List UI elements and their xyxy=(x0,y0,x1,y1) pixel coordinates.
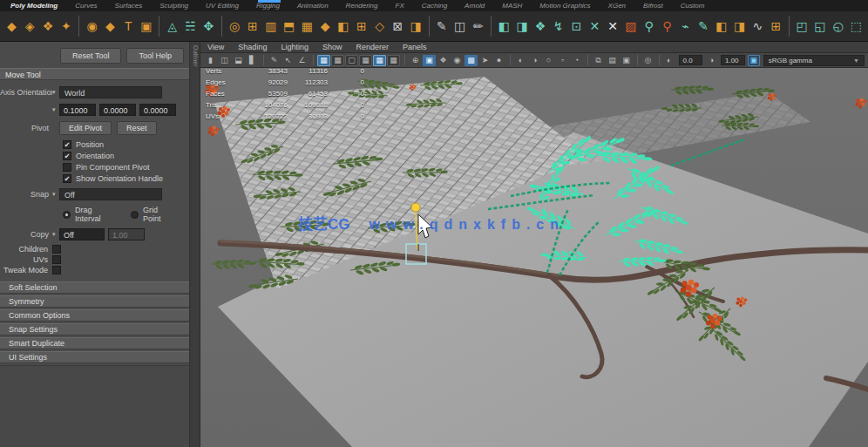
shelf-tool-icon[interactable]: ⚲ xyxy=(658,15,676,37)
shelf-tool-icon[interactable]: ✕ xyxy=(586,15,604,37)
shelf-tool-icon[interactable]: ✥ xyxy=(200,15,218,37)
shelf-tool-icon[interactable]: ◇ xyxy=(370,15,389,37)
checkbox[interactable] xyxy=(52,266,61,274)
shelf-tool-icon[interactable]: ✎ xyxy=(695,15,713,37)
viewport-toolbar-icon[interactable]: ○ xyxy=(542,55,555,66)
viewport-toolbar-icon[interactable]: ▢ xyxy=(345,55,358,66)
checkbox[interactable]: ✔ xyxy=(63,174,71,183)
axis-z-field[interactable]: 0.0000 xyxy=(139,104,176,116)
viewport-toolbar-icon[interactable]: ▫ xyxy=(556,55,569,66)
move-tool-section-header[interactable]: Move Tool xyxy=(0,68,189,80)
shelf-tool-icon[interactable]: ◧ xyxy=(495,15,513,37)
snap-dropdown[interactable]: Off xyxy=(59,188,162,200)
shelf-tool-icon[interactable]: ☵ xyxy=(181,15,200,37)
radio-button[interactable] xyxy=(63,211,71,219)
reset-pivot-button[interactable]: Reset xyxy=(117,121,157,135)
axis-orientation-dropdown[interactable]: World xyxy=(59,86,162,98)
checkbox[interactable] xyxy=(52,245,61,254)
shelf-tab[interactable]: Custom xyxy=(672,2,714,10)
shelf-tab[interactable]: UV Editing xyxy=(197,2,248,10)
radio-button[interactable] xyxy=(131,211,139,219)
shelf-tool-icon[interactable]: ◵ xyxy=(829,15,847,37)
shelf-tool-icon[interactable]: ⊞ xyxy=(244,15,262,37)
gamma-icon[interactable]: ◑ xyxy=(705,55,717,66)
viewport-toolbar-icon[interactable]: ◐ xyxy=(514,55,527,66)
shelf-tab[interactable]: Poly Modeling xyxy=(2,2,66,10)
shelf-tool-icon[interactable]: ⬒ xyxy=(280,15,298,37)
viewport-toolbar-icon[interactable]: ▦ xyxy=(331,55,344,66)
shelf-tool-icon[interactable]: ✕ xyxy=(604,15,622,37)
viewport-toolbar-icon[interactable]: ◔ xyxy=(570,55,583,66)
checkbox[interactable] xyxy=(63,163,71,172)
viewport-toolbar-icon[interactable]: ✎ xyxy=(268,55,281,66)
shelf-tool-icon[interactable]: ◧ xyxy=(712,15,730,37)
viewport-toolbar-icon[interactable]: ◑ xyxy=(528,55,541,66)
color-management-icon[interactable]: ▣ xyxy=(748,55,760,66)
shelf-tool-icon[interactable]: ◉ xyxy=(83,15,101,37)
viewport-menu-show[interactable]: Show xyxy=(322,43,342,51)
viewport-menu-renderer[interactable]: Renderer xyxy=(356,43,389,51)
viewport-toolbar-icon[interactable]: ▣ xyxy=(423,55,436,66)
viewport-panel[interactable]: ViewShadingLightingShowRendererPanels ▮◫… xyxy=(200,42,868,447)
shelf-tool-icon[interactable]: ❖ xyxy=(532,15,550,37)
viewport-toolbar-icon[interactable]: ▋ xyxy=(246,55,259,66)
shelf-tab[interactable]: Sculpting xyxy=(151,2,197,10)
shelf-tool-icon[interactable]: ▣ xyxy=(138,15,156,37)
viewport-toolbar-icon[interactable]: ● xyxy=(492,55,505,66)
shelf-tool-icon[interactable]: ❖ xyxy=(39,15,58,37)
shelf-tool-icon[interactable]: ◨ xyxy=(513,15,532,37)
reset-tool-button[interactable]: Reset Tool xyxy=(60,48,121,64)
shelf-tool-icon[interactable]: ◎ xyxy=(226,15,244,37)
shelf-tool-icon[interactable]: ◆ xyxy=(101,15,119,37)
viewport-toolbar-icon[interactable]: ▦ xyxy=(373,55,386,66)
shelf-tab[interactable]: Surfaces xyxy=(106,2,152,10)
shelf-tab[interactable]: Bifrost xyxy=(634,2,672,10)
axis-y-field[interactable]: 0.0000 xyxy=(99,104,136,116)
viewport-toolbar-icon[interactable]: ▣ xyxy=(620,55,633,66)
checkbox[interactable] xyxy=(52,255,61,264)
shelf-tool-icon[interactable]: ◨ xyxy=(730,15,749,37)
viewport-toolbar-icon[interactable]: ◫ xyxy=(218,55,231,66)
checkbox[interactable]: ✔ xyxy=(63,140,71,149)
colorspace-dropdown[interactable]: sRGB gamma ▼ xyxy=(763,55,865,66)
shelf-tab[interactable]: MASH xyxy=(493,2,531,10)
viewport-toolbar-icon[interactable]: ▩ xyxy=(465,55,478,66)
viewport-menu-view[interactable]: View xyxy=(207,43,224,51)
shelf-tool-icon[interactable]: ✎ xyxy=(433,15,451,37)
shelf-tool-icon[interactable]: T xyxy=(119,15,138,37)
shelf-tool-icon[interactable]: ⌁ xyxy=(676,15,695,37)
viewport-toolbar-icon[interactable]: ▮ xyxy=(204,55,217,66)
viewport-menu-panels[interactable]: Panels xyxy=(403,43,427,51)
edit-pivot-button[interactable]: Edit Pivot xyxy=(59,121,112,135)
shelf-tab[interactable]: Curves xyxy=(66,2,105,10)
shelf-tool-icon[interactable]: ◆ xyxy=(3,15,21,37)
shelf-tool-icon[interactable]: ◆ xyxy=(316,15,335,37)
shelf-tool-icon[interactable]: ⊞ xyxy=(767,15,785,37)
shelf-tool-icon[interactable]: ⬚ xyxy=(847,15,865,37)
shelf-tool-icon[interactable]: ⊡ xyxy=(567,15,586,37)
shelf-tool-icon[interactable]: ∿ xyxy=(749,15,767,37)
shelf-tool-icon[interactable]: ◫ xyxy=(451,15,469,37)
rollout-section-smart-duplicate[interactable]: Smart Duplicate xyxy=(0,337,189,349)
shelf-tool-icon[interactable]: ◨ xyxy=(407,15,425,37)
shelf-tool-icon[interactable]: ▦ xyxy=(298,15,316,37)
viewport-menu-lighting[interactable]: Lighting xyxy=(281,43,309,51)
viewport-toolbar-icon[interactable]: ▦ xyxy=(387,55,400,66)
shelf-tool-icon[interactable]: ✦ xyxy=(57,15,75,37)
shelf-tab[interactable]: Rendering xyxy=(337,2,387,10)
rollout-section-symmetry[interactable]: Symmetry xyxy=(0,295,189,308)
shelf-tab[interactable]: Caching xyxy=(413,2,456,10)
shelf-tool-icon[interactable]: ⊠ xyxy=(389,15,407,37)
shelf-tool-icon[interactable]: ▥ xyxy=(261,15,280,37)
shelf-tab[interactable]: Animation xyxy=(288,2,337,10)
shelf-tool-icon[interactable]: ◰ xyxy=(793,15,811,37)
copy-dropdown[interactable]: Off xyxy=(59,228,105,240)
shelf-tool-icon[interactable]: ◱ xyxy=(810,15,829,37)
shelf-tab[interactable]: FX xyxy=(387,2,413,10)
viewport-toolbar-icon[interactable]: ▦ xyxy=(359,55,372,66)
gamma-field[interactable]: 1.00 xyxy=(721,55,745,65)
viewport-toolbar-icon[interactable]: ◎ xyxy=(641,55,654,66)
rollout-section-ui-settings[interactable]: UI Settings xyxy=(0,351,189,363)
viewport-toolbar-icon[interactable]: ↖ xyxy=(281,55,295,66)
viewport-toolbar-icon[interactable]: ▤ xyxy=(606,55,619,66)
